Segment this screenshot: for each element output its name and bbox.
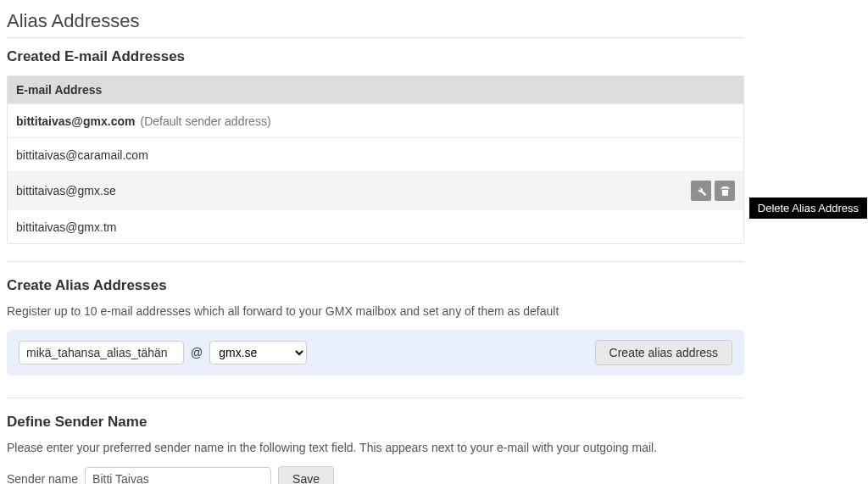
divider [7,261,744,262]
email-address: bittitaivas@gmx.com [16,114,135,128]
email-address: bittitaivas@caramail.com [16,148,148,162]
create-alias-button[interactable]: Create alias address [595,340,732,365]
page-title: Alias Addresses [7,10,744,32]
alias-domain-select[interactable]: gmx.se [209,341,307,364]
sender-name-label: Sender name [7,472,78,484]
sender-name-description: Please enter your preferred sender name … [7,441,744,454]
divider [7,398,744,398]
delete-icon[interactable] [715,181,735,201]
at-symbol: @ [191,346,203,359]
email-address: bittitaivas@gmx.tm [16,220,116,234]
table-row[interactable]: bittitaivas@gmx.com(Default sender addre… [8,103,743,137]
table-row[interactable]: bittitaivas@gmx.tm [8,209,743,243]
created-addresses-heading: Created E-mail Addresses [7,48,744,65]
table-row[interactable]: bittitaivas@gmx.seDelete Alias Address [8,171,743,209]
create-alias-description: Register up to 10 e-mail addresses which… [7,304,744,318]
sender-name-row: Sender name Save [7,466,744,484]
wrench-icon[interactable] [691,181,711,201]
create-alias-panel: @ gmx.se Create alias address [7,330,744,376]
sender-name-input[interactable] [85,467,271,484]
email-address-table: E-mail Address bittitaivas@gmx.com(Defau… [7,75,744,244]
default-sender-badge: (Default sender address) [140,114,270,128]
table-header-email: E-mail Address [8,76,743,103]
create-alias-heading: Create Alias Addresses [7,277,744,294]
table-row[interactable]: bittitaivas@caramail.com [8,137,743,171]
divider [7,37,744,38]
save-button[interactable]: Save [278,466,334,484]
delete-tooltip: Delete Alias Address [749,197,867,219]
sender-name-heading: Define Sender Name [7,414,744,431]
email-address: bittitaivas@gmx.se [16,184,116,197]
alias-name-input[interactable] [19,341,184,364]
